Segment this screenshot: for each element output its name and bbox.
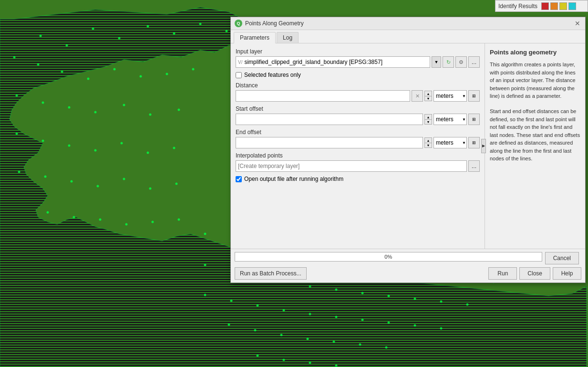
- interpolated-label: Interpolated points: [236, 152, 480, 159]
- identify-icon-4[interactable]: [568, 2, 576, 10]
- end-offset-up-btn[interactable]: ▲: [424, 137, 432, 143]
- svg-point-66: [414, 298, 416, 300]
- start-offset-label: Start offset: [236, 105, 480, 112]
- svg-point-68: [466, 304, 469, 306]
- svg-point-64: [361, 292, 364, 294]
- start-offset-input[interactable]: 0.000000: [236, 114, 423, 125]
- svg-point-89: [335, 365, 338, 367]
- end-offset-unit-select[interactable]: meters kilometers feet miles: [433, 137, 467, 148]
- distance-unit-select[interactable]: meters kilometers feet miles: [433, 90, 467, 102]
- svg-point-17: [166, 73, 168, 75]
- identify-results-panel: Identify Results: [495, 0, 588, 12]
- start-offset-unit-select[interactable]: meters kilometers feet miles: [433, 114, 467, 125]
- batch-process-button[interactable]: Run as Batch Process...: [235, 267, 307, 280]
- svg-point-8: [173, 32, 175, 35]
- interpolated-points-group: Interpolated points …: [236, 152, 480, 172]
- distance-map-btn[interactable]: ⊞: [468, 90, 480, 102]
- interpolated-browse-btn[interactable]: …: [468, 160, 480, 172]
- start-offset-group: Start offset 0.000000 ▲ ▼ meters kilomet…: [236, 105, 480, 125]
- svg-point-15: [113, 68, 116, 71]
- selected-features-label[interactable]: Selected features only: [244, 72, 301, 78]
- distance-input[interactable]: 300.000000: [236, 90, 410, 102]
- svg-point-63: [335, 289, 338, 291]
- svg-point-23: [123, 104, 125, 106]
- selected-features-checkbox[interactable]: [236, 72, 242, 78]
- selected-features-row: Selected features only: [236, 72, 480, 78]
- input-layer-dropdown[interactable]: ▼: [432, 56, 441, 68]
- dialog-close-button[interactable]: ✕: [574, 20, 581, 27]
- open-output-row: Open output file after running algorithm: [236, 176, 480, 182]
- svg-point-78: [440, 327, 443, 330]
- distance-group: Distance 300.000000 ✕ ▲ ▼ meters kilomet…: [236, 82, 480, 102]
- svg-point-22: [94, 111, 97, 114]
- interpolated-input[interactable]: [236, 160, 467, 172]
- svg-point-10: [226, 30, 228, 32]
- svg-point-82: [307, 338, 309, 340]
- svg-point-85: [385, 346, 388, 349]
- close-button[interactable]: Close: [519, 267, 550, 280]
- input-layer-value: simplified_clipped_grid_island_boundary …: [244, 59, 428, 65]
- svg-point-26: [16, 133, 18, 135]
- svg-point-29: [94, 149, 97, 152]
- svg-point-69: [204, 294, 206, 296]
- input-layer-settings-btn[interactable]: ⚙: [455, 56, 467, 68]
- svg-point-14: [87, 78, 90, 80]
- svg-point-88: [309, 362, 311, 364]
- desc-text: This algorithm creates a points layer, w…: [490, 61, 580, 100]
- svg-point-18: [192, 68, 195, 71]
- svg-point-36: [97, 185, 99, 188]
- identify-icon-1[interactable]: [541, 2, 549, 10]
- svg-point-72: [283, 309, 285, 312]
- end-offset-spinner: ▲ ▼: [424, 137, 432, 148]
- start-offset-down-btn[interactable]: ▼: [424, 119, 432, 125]
- svg-point-33: [18, 171, 21, 173]
- dialog-title-text: Points Along Geometry: [245, 20, 304, 27]
- svg-point-40: [47, 211, 49, 214]
- svg-point-45: [178, 219, 180, 221]
- open-output-label[interactable]: Open output file after running algorithm: [244, 176, 343, 182]
- svg-point-30: [121, 142, 123, 145]
- start-offset-up-btn[interactable]: ▲: [424, 114, 432, 119]
- end-offset-map-btn[interactable]: ⊞: [468, 137, 480, 148]
- input-layer-more-btn[interactable]: …: [468, 56, 480, 68]
- parameters-panel: Input layer V/ simplified_clipped_grid_i…: [231, 43, 485, 249]
- distance-up-btn[interactable]: ▲: [424, 91, 432, 96]
- svg-point-79: [228, 324, 230, 326]
- dialog-tab-bar: Parameters Log: [231, 30, 585, 43]
- svg-point-24: [149, 114, 152, 116]
- end-offset-down-btn[interactable]: ▼: [424, 143, 432, 148]
- desc-panel-toggle[interactable]: ▶: [481, 139, 486, 153]
- end-offset-label: End offset: [236, 129, 480, 136]
- svg-point-86: [257, 355, 259, 357]
- end-offset-input[interactable]: 0.000000: [236, 137, 423, 148]
- svg-point-37: [123, 178, 125, 180]
- distance-clear-btn[interactable]: ✕: [412, 90, 423, 102]
- open-output-checkbox[interactable]: [236, 176, 242, 182]
- identify-icon-3[interactable]: [559, 2, 567, 10]
- svg-point-75: [361, 319, 364, 321]
- tab-log[interactable]: Log: [277, 32, 299, 43]
- svg-point-27: [42, 140, 44, 142]
- start-offset-map-btn[interactable]: ⊞: [468, 114, 480, 125]
- svg-point-9: [199, 23, 202, 25]
- svg-point-80: [254, 329, 257, 332]
- tab-parameters[interactable]: Parameters: [234, 32, 276, 43]
- desc-text-2: Start and end offset distances can be de…: [490, 107, 580, 163]
- distance-down-btn[interactable]: ▼: [424, 96, 432, 101]
- points-along-geometry-dialog: Q Points Along Geometry ✕ Parameters Log…: [230, 17, 586, 283]
- svg-point-62: [309, 285, 311, 288]
- svg-point-13: [61, 71, 63, 73]
- svg-point-35: [71, 180, 73, 183]
- input-layer-refresh-btn[interactable]: ↻: [443, 56, 454, 68]
- svg-point-77: [414, 325, 416, 327]
- identify-icon-2[interactable]: [550, 2, 558, 10]
- svg-point-20: [42, 102, 44, 104]
- cancel-button[interactable]: Cancel: [545, 252, 579, 264]
- help-button[interactable]: Help: [553, 267, 581, 280]
- run-button[interactable]: Run: [488, 267, 517, 280]
- distance-unit-wrap: meters kilometers feet miles ▼: [433, 90, 467, 102]
- interpolated-row: …: [236, 160, 480, 172]
- svg-point-67: [440, 301, 443, 303]
- svg-point-25: [178, 109, 180, 111]
- svg-point-43: [125, 223, 128, 226]
